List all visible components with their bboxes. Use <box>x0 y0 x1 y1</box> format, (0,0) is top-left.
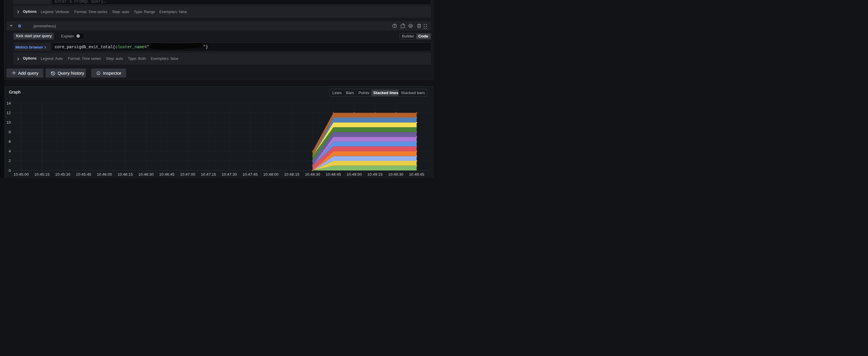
svg-text:0: 0 <box>9 168 11 173</box>
svg-text:10:48:30: 10:48:30 <box>305 172 320 176</box>
svg-text:10: 10 <box>6 120 11 125</box>
svg-text:10:48:00: 10:48:00 <box>263 172 279 176</box>
svg-text:10:46:00: 10:46:00 <box>97 172 112 176</box>
svg-text:10:49:00: 10:49:00 <box>347 172 362 176</box>
svg-text:6: 6 <box>9 139 11 144</box>
svg-text:10:46:45: 10:46:45 <box>159 172 175 176</box>
svg-text:10:45:45: 10:45:45 <box>76 172 91 176</box>
svg-text:10:48:15: 10:48:15 <box>284 172 300 176</box>
svg-text:14: 14 <box>6 101 11 105</box>
svg-text:2: 2 <box>9 159 11 163</box>
svg-text:10:47:15: 10:47:15 <box>201 172 216 176</box>
svg-text:10:47:45: 10:47:45 <box>243 172 258 176</box>
svg-text:8: 8 <box>9 130 11 134</box>
svg-text:10:45:30: 10:45:30 <box>55 172 70 176</box>
svg-text:10:49:45: 10:49:45 <box>409 172 425 176</box>
svg-text:10:48:45: 10:48:45 <box>326 172 341 176</box>
svg-text:10:47:30: 10:47:30 <box>222 172 237 176</box>
svg-text:10:46:15: 10:46:15 <box>118 172 133 176</box>
svg-text:4: 4 <box>9 149 11 153</box>
svg-text:10:45:15: 10:45:15 <box>34 172 50 176</box>
svg-text:12: 12 <box>6 110 11 115</box>
svg-text:10:45:00: 10:45:00 <box>14 172 29 176</box>
svg-text:10:47:00: 10:47:00 <box>180 172 195 176</box>
svg-text:10:46:30: 10:46:30 <box>138 172 154 176</box>
svg-text:10:49:30: 10:49:30 <box>388 172 403 176</box>
svg-text:10:49:15: 10:49:15 <box>368 172 383 176</box>
